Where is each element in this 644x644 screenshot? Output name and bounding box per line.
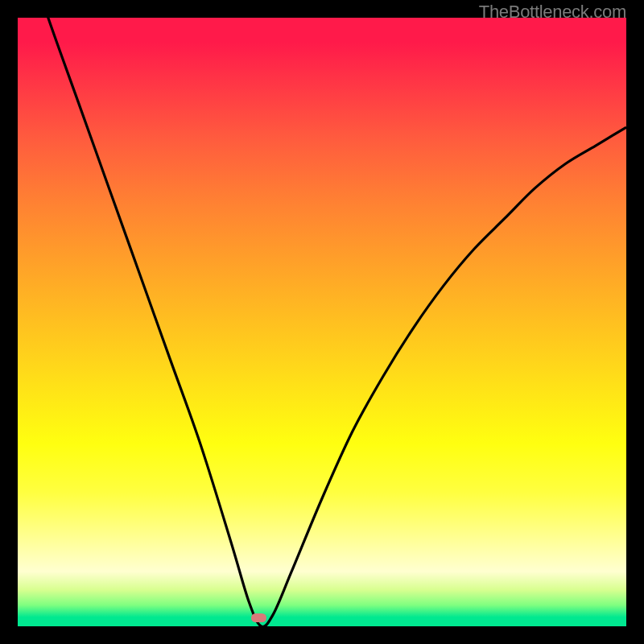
- watermark-text: TheBottleneck.com: [479, 2, 626, 23]
- minimum-marker: [251, 613, 266, 622]
- chart-plot-area: [18, 18, 626, 626]
- bottleneck-curve-line: [18, 18, 626, 626]
- chart-curve-svg: [18, 18, 626, 626]
